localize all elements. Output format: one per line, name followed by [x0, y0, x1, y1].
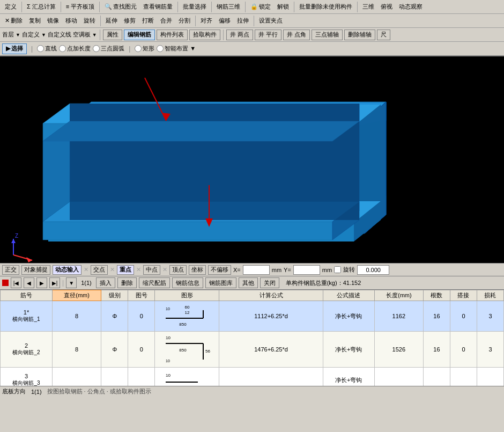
cell-formula: [219, 368, 323, 386]
pick-member-btn[interactable]: 拾取构件: [189, 30, 220, 40]
find-elem-btn[interactable]: 🔍 查找图元: [102, 2, 139, 12]
unlock-btn[interactable]: 解锁: [275, 2, 292, 12]
close-table-btn[interactable]: 关闭: [260, 277, 279, 288]
y-input[interactable]: [293, 265, 320, 275]
cell-fignum: 0: [128, 301, 155, 332]
cell-id: 3 横向钢筋_3: [1, 368, 53, 386]
viewport-3d[interactable]: Z: [0, 56, 504, 263]
mirror-btn[interactable]: 镜像: [45, 16, 62, 26]
svg-text:850: 850: [179, 322, 187, 327]
batch-select-btn[interactable]: 批量选择: [180, 2, 209, 12]
rebar-info-btn[interactable]: 钢筋信息: [172, 277, 203, 288]
break-btn[interactable]: 打断: [139, 16, 157, 26]
table-row[interactable]: 2 横向钢筋_2 8 Φ 0 10 850 56 10: [1, 332, 504, 368]
batch-delete-btn[interactable]: 批量删除未使用构件: [297, 2, 355, 12]
parallel-btn[interactable]: 井 平行: [255, 30, 281, 40]
sum-calc-btn[interactable]: Σ 汇总计算: [24, 2, 58, 12]
lock-btn[interactable]: 🔒 锁定: [248, 2, 273, 12]
rebar-lib-btn[interactable]: 钢筋图库: [205, 277, 236, 288]
cell-diameter[interactable]: [52, 368, 101, 386]
total-weight: 单构件钢筋总重(kg)：41.152: [286, 279, 361, 287]
vertex-btn[interactable]: 顶点: [169, 265, 187, 275]
sep9: [100, 16, 101, 26]
smart-layout-radio[interactable]: 智能布置 ▼: [157, 45, 196, 53]
center-btn[interactable]: 中点: [143, 265, 160, 275]
two-point-btn[interactable]: 井 两点: [226, 30, 253, 40]
point-len-input[interactable]: [59, 45, 66, 52]
table-delete-btn[interactable]: 删除: [117, 277, 137, 288]
ruler-btn[interactable]: 尺: [377, 30, 390, 40]
member-list-btn[interactable]: 构件列表: [157, 30, 188, 40]
stretch-btn[interactable]: 拉伸: [234, 16, 251, 26]
table-row[interactable]: 1* 横向钢筋_1 8 Φ 0 60 12 850 10: [1, 301, 504, 332]
view-rebar-btn[interactable]: 查看钢筋量: [140, 2, 175, 12]
toolbar-row-1: 定义 Σ 汇总计算 ≡ 平齐板顶 🔍 查找图元 查看钢筋量 批量选择 钢筋三维 …: [0, 0, 504, 14]
midpoint-btn2[interactable]: 重点: [117, 265, 134, 275]
dynamic-view-btn[interactable]: 动态观察: [396, 2, 425, 12]
cell-diameter[interactable]: 8: [52, 301, 101, 332]
point-len-radio[interactable]: 点加长度: [59, 45, 91, 53]
next-page-btn[interactable]: ▶: [36, 277, 47, 288]
rect-radio[interactable]: 矩形: [135, 45, 154, 53]
prev-page-btn[interactable]: ◀: [24, 277, 34, 288]
grip-set-btn[interactable]: 设置夹点: [256, 16, 285, 26]
sep8: [357, 2, 358, 12]
first-page-btn[interactable]: |◀: [11, 277, 21, 288]
cell-diameter[interactable]: 8: [52, 332, 101, 368]
merge-btn[interactable]: 合并: [158, 16, 175, 26]
delete-axis-btn[interactable]: 删除辅轴: [344, 30, 375, 40]
svg-text:10: 10: [166, 373, 171, 378]
cell-formula: 1476+6.25*d: [219, 332, 323, 368]
col-diameter: 直径(mm): [52, 290, 101, 301]
insert-btn[interactable]: 插入: [96, 277, 115, 288]
delete-btn[interactable]: ✕ 删除: [2, 16, 25, 26]
rotate-checkbox[interactable]: [334, 266, 341, 273]
find-icon: 🔍: [105, 3, 112, 10]
status-sep4: ✕: [162, 266, 167, 273]
no-offset-btn[interactable]: 不偏移: [208, 265, 231, 275]
arc-input[interactable]: [93, 45, 100, 52]
property-btn[interactable]: 属性: [103, 30, 122, 40]
extend-btn[interactable]: 延伸: [103, 16, 120, 26]
intersection-btn[interactable]: 交点: [91, 265, 108, 275]
three-point-axis-btn[interactable]: 三点辅轴: [312, 30, 343, 40]
line-radio-input[interactable]: [37, 45, 44, 52]
cell-length: [374, 368, 423, 386]
offset-btn[interactable]: 偏移: [216, 16, 233, 26]
top-view-btn[interactable]: 俯视: [378, 2, 395, 12]
last-page-btn[interactable]: ▶|: [49, 277, 60, 288]
flush-top-btn[interactable]: ≡ 平齐板顶: [63, 2, 97, 12]
cell-overlap: [450, 368, 477, 386]
x-input[interactable]: [243, 265, 270, 275]
split-btn[interactable]: 分割: [176, 16, 193, 26]
cell-count: 16: [423, 332, 450, 368]
bottom-page-info: 1(1): [31, 389, 42, 395]
rect-input[interactable]: [135, 45, 142, 52]
edit-rebar-btn[interactable]: 编辑钢筋: [124, 30, 155, 40]
rotate-input[interactable]: [357, 265, 389, 275]
nav-down-btn[interactable]: ▼: [66, 277, 77, 288]
move-btn[interactable]: 移动: [63, 16, 80, 26]
smart-input[interactable]: [157, 45, 164, 52]
other-btn[interactable]: 其他: [239, 277, 258, 288]
coord-btn[interactable]: 坐标: [189, 265, 206, 275]
define-btn[interactable]: 定义: [2, 2, 19, 12]
table-header-row: 筋号 直径(mm) 级别 图号 图形 计算公式 公式描述 长度(mm) 根数 搭…: [1, 290, 504, 301]
orthogonal-btn[interactable]: 正交: [2, 265, 19, 275]
dynamic-input-btn[interactable]: 动态输入: [53, 265, 81, 275]
select-toggle-btn[interactable]: ▶ 选择: [2, 43, 27, 54]
col-count: 根数: [423, 290, 450, 301]
snap-btn[interactable]: 对象捕捉: [21, 265, 50, 275]
rotate-btn[interactable]: 旋转: [81, 16, 98, 26]
scale-rebar-btn[interactable]: 缩尺配筋: [139, 277, 170, 288]
close-icon-red: [2, 280, 9, 286]
line-radio[interactable]: 直线: [37, 45, 57, 53]
arc-radio[interactable]: 三点圆弧: [93, 45, 124, 53]
rebar-3d-btn[interactable]: 钢筋三维: [214, 2, 243, 12]
align-btn[interactable]: 对齐: [198, 16, 215, 26]
table-row[interactable]: 3 横向钢筋_3 10 净长+弯钩: [1, 368, 504, 386]
point-angle-btn[interactable]: 井 点角: [283, 30, 310, 40]
trim-btn[interactable]: 修剪: [121, 16, 138, 26]
3d-btn[interactable]: 三维: [360, 2, 377, 12]
copy-btn[interactable]: 复制: [26, 16, 43, 26]
